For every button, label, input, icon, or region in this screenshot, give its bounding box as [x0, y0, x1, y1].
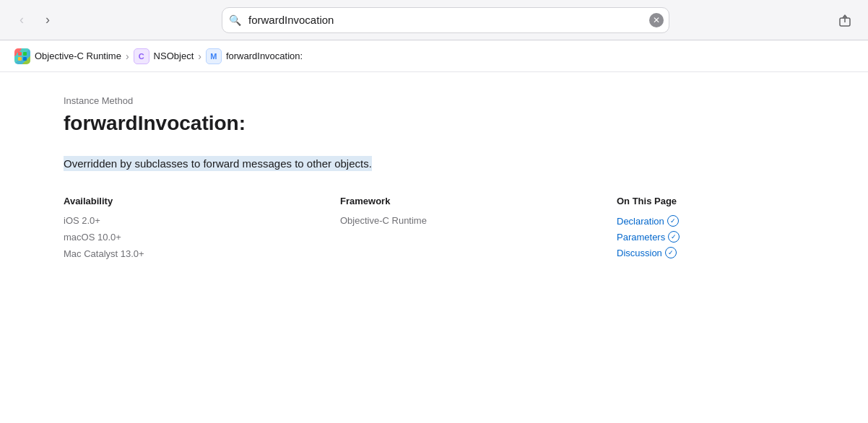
- framework-section: Framework Objective-C Runtime: [340, 196, 617, 265]
- main-content: Instance Method forwardInvocation: Overr…: [0, 72, 868, 423]
- nsobject-badge: C: [134, 48, 149, 64]
- on-page-discussion-link[interactable]: Discussion ✓: [617, 247, 804, 258]
- breadcrumb: Objective-C Runtime › C NSObject › M for…: [0, 40, 868, 72]
- breadcrumb-item-runtime[interactable]: Objective-C Runtime: [14, 48, 121, 64]
- availability-heading: Availability: [64, 196, 340, 206]
- grid-icon: [17, 51, 27, 61]
- availability-ios: iOS 2.0+: [64, 215, 340, 226]
- svg-rect-4: [18, 57, 22, 61]
- availability-section: Availability iOS 2.0+ macOS 10.0+ Mac Ca…: [64, 196, 340, 265]
- back-button[interactable]: ‹: [12, 10, 32, 30]
- forward-icon: ›: [45, 12, 50, 27]
- share-button[interactable]: [833, 9, 856, 32]
- breadcrumb-nsobject-label: NSObject: [154, 51, 194, 61]
- type-label: Instance Method: [64, 95, 804, 106]
- breadcrumb-method-label: forwardInvocation:: [226, 51, 303, 61]
- search-clear-button[interactable]: ✕: [649, 13, 664, 27]
- metadata-row: Availability iOS 2.0+ macOS 10.0+ Mac Ca…: [64, 196, 804, 265]
- availability-macos: macOS 10.0+: [64, 232, 340, 243]
- description-text: Overridden by subclasses to forward mess…: [64, 156, 372, 171]
- nav-bar: ‹ › 🔍 ✕: [0, 0, 868, 40]
- on-page-parameters-link[interactable]: Parameters ✓: [617, 231, 804, 243]
- runtime-badge: [14, 48, 30, 64]
- on-this-page-section: On This Page Declaration ✓ Parameters ✓ …: [617, 196, 804, 265]
- declaration-check-icon: ✓: [667, 215, 679, 227]
- on-this-page-heading: On This Page: [617, 196, 804, 206]
- on-page-parameters-text: Parameters: [617, 232, 665, 243]
- clear-icon: ✕: [653, 16, 660, 25]
- back-icon: ‹: [19, 12, 24, 27]
- nav-arrows: ‹ ›: [12, 10, 58, 30]
- on-page-discussion-text: Discussion: [617, 248, 662, 258]
- breadcrumb-sep-2: ›: [198, 51, 201, 62]
- description-block: Overridden by subclasses to forward mess…: [64, 155, 804, 173]
- share-icon: [838, 13, 852, 27]
- breadcrumb-item-method[interactable]: M forwardInvocation:: [206, 48, 303, 64]
- on-page-declaration-link[interactable]: Declaration ✓: [617, 215, 804, 227]
- svg-rect-5: [23, 57, 27, 61]
- forward-button[interactable]: ›: [38, 10, 58, 30]
- on-page-declaration-text: Declaration: [617, 216, 664, 227]
- discussion-check-icon: ✓: [665, 247, 677, 258]
- availability-catalyst: Mac Catalyst 13.0+: [64, 248, 340, 259]
- framework-heading: Framework: [340, 196, 617, 206]
- breadcrumb-item-nsobject[interactable]: C NSObject: [134, 48, 194, 64]
- breadcrumb-sep-1: ›: [126, 51, 129, 62]
- svg-rect-2: [18, 52, 22, 56]
- svg-rect-3: [23, 52, 27, 56]
- framework-value: Objective-C Runtime: [340, 215, 617, 226]
- method-title: forwardInvocation:: [64, 112, 804, 135]
- parameters-check-icon: ✓: [668, 231, 680, 243]
- search-input[interactable]: [222, 7, 669, 33]
- breadcrumb-runtime-label: Objective-C Runtime: [35, 51, 121, 61]
- search-container: 🔍 ✕: [222, 7, 669, 33]
- method-badge: M: [206, 48, 222, 64]
